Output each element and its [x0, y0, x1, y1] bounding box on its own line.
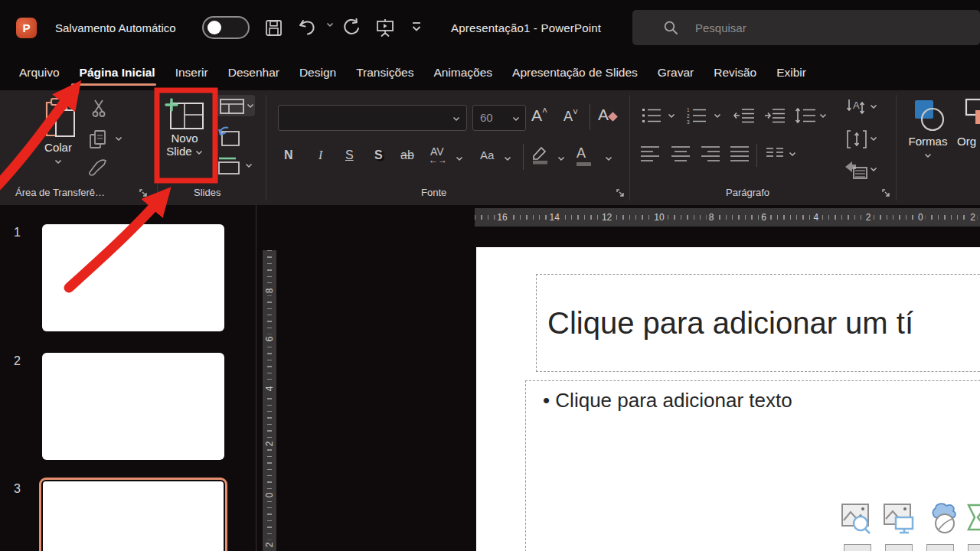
slide-thumbnail-3[interactable]: [39, 478, 227, 551]
underline-button[interactable]: S: [345, 148, 354, 162]
title-bar: P Salvamento Automático Apr: [0, 0, 980, 55]
smartart-dropdown-icon[interactable]: [870, 167, 877, 172]
tab-animações[interactable]: Animações: [423, 55, 502, 90]
cameo-icon[interactable]: [925, 502, 959, 534]
align-text-dropdown-icon[interactable]: [870, 136, 877, 142]
panel-separator[interactable]: [256, 205, 256, 551]
slide-layout-icon[interactable]: [220, 99, 244, 114]
slide-thumbnail-2[interactable]: [42, 353, 224, 460]
copy-icon[interactable]: [89, 130, 107, 150]
v-ruler-number: 0: [264, 491, 275, 500]
shapes-button[interactable]: Formas: [903, 95, 952, 184]
slide-number: 1: [14, 226, 21, 240]
title-placeholder[interactable]: Clique para adicionar um tí: [536, 274, 980, 372]
change-case-dropdown-icon[interactable]: [504, 156, 511, 161]
numbering-dropdown-icon[interactable]: [714, 113, 721, 119]
character-spacing-dropdown-icon[interactable]: [456, 156, 463, 161]
tab-transições[interactable]: Transições: [346, 55, 423, 90]
columns-icon[interactable]: [766, 147, 784, 161]
font-size-combobox[interactable]: 60: [472, 105, 526, 131]
text-direction-dropdown-icon[interactable]: [870, 104, 877, 109]
slide-thumbnail-surface: [43, 481, 224, 551]
slide-canvas[interactable]: Clique para adicionar um tí • Clique par…: [476, 247, 980, 551]
paste-button[interactable]: Colar: [37, 95, 80, 184]
mini-divider: [756, 144, 757, 167]
paragraph-group-label: Parágrafo: [726, 187, 769, 202]
cut-icon[interactable]: [92, 99, 107, 118]
slide-thumbnail-1[interactable]: [42, 224, 224, 331]
tab-arquivo[interactable]: Arquivo: [9, 55, 70, 90]
ribbon-tab-row: ArquivoPágina InicialInserirDesenharDesi…: [0, 55, 980, 90]
v-ruler-number: 8: [264, 286, 275, 296]
section-dropdown-icon[interactable]: [245, 163, 253, 168]
reset-slide-icon[interactable]: [217, 126, 240, 147]
redo-icon[interactable]: [341, 18, 362, 38]
clear-formatting-button[interactable]: A: [598, 106, 616, 124]
justify-icon[interactable]: [730, 145, 750, 162]
bullets-icon[interactable]: [642, 107, 662, 124]
tab-desenhar[interactable]: Desenhar: [218, 55, 289, 90]
search-box[interactable]: Pesquisar: [632, 10, 980, 45]
strikethrough-button[interactable]: ab: [400, 148, 414, 162]
arrange-button[interactable]: Org: [956, 95, 980, 184]
powerpoint-logo-icon[interactable]: P: [16, 18, 37, 38]
insert-video-icon[interactable]: [926, 544, 954, 551]
numbering-icon[interactable]: 123: [687, 107, 707, 124]
tab-apresentação-de-slides[interactable]: Apresentação de Slides: [502, 55, 648, 90]
font-dialog-launcher-icon[interactable]: [616, 189, 625, 197]
tab-gravar[interactable]: Gravar: [648, 55, 704, 90]
insert-icon[interactable]: [968, 544, 980, 551]
convert-to-smartart-icon[interactable]: [844, 161, 867, 179]
increase-indent-icon[interactable]: [764, 107, 786, 124]
line-spacing-icon[interactable]: [795, 107, 816, 124]
insert-table-icon[interactable]: [844, 544, 871, 551]
tab-página-inicial[interactable]: Página Inicial: [70, 55, 165, 90]
section-icon[interactable]: [217, 156, 242, 174]
increase-font-size-button[interactable]: A˄: [531, 106, 547, 125]
text-shadow-button[interactable]: S: [374, 148, 383, 162]
align-left-icon[interactable]: [640, 145, 660, 162]
slideshow-icon[interactable]: [375, 18, 395, 38]
line-spacing-dropdown-icon[interactable]: [819, 113, 827, 119]
highlight-color-icon[interactable]: [531, 145, 552, 165]
highlight-dropdown-icon[interactable]: [557, 156, 565, 161]
clipboard-group-label: Área de Transferê…: [15, 187, 105, 202]
tab-design[interactable]: Design: [289, 55, 346, 90]
clipboard-dialog-launcher-icon[interactable]: [139, 189, 148, 197]
font-color-dropdown-icon[interactable]: [605, 156, 612, 161]
customize-quick-access-icon[interactable]: [410, 21, 423, 32]
save-icon[interactable]: [264, 18, 283, 37]
tab-exibir[interactable]: Exibir: [766, 55, 816, 90]
mini-divider: [590, 104, 590, 130]
tab-revisão[interactable]: Revisão: [704, 55, 766, 90]
bullets-dropdown-icon[interactable]: [668, 113, 675, 119]
new-slide-button[interactable]: Novo Slide: [161, 95, 208, 184]
italic-button[interactable]: I: [318, 148, 322, 162]
smartart-icon[interactable]: [967, 502, 980, 534]
decrease-indent-icon[interactable]: [733, 107, 755, 124]
tab-inserir[interactable]: Inserir: [165, 55, 218, 90]
font-color-button[interactable]: A: [577, 145, 591, 166]
undo-dropdown-icon[interactable]: [326, 22, 334, 28]
insert-picture-icon[interactable]: [883, 502, 916, 534]
font-name-combobox[interactable]: [278, 105, 467, 131]
bold-button[interactable]: N: [284, 148, 293, 162]
align-right-icon[interactable]: [701, 145, 720, 162]
align-text-icon[interactable]: [847, 130, 867, 148]
autosave-toggle[interactable]: [202, 16, 250, 39]
stock-images-icon[interactable]: [841, 502, 874, 534]
paragraph-dialog-launcher-icon[interactable]: [882, 189, 890, 197]
insert-chart-icon[interactable]: [885, 544, 913, 551]
change-case-button[interactable]: Aa: [480, 148, 494, 161]
columns-dropdown-icon[interactable]: [789, 152, 796, 157]
autosave-label: Salvamento Automático: [55, 0, 176, 55]
align-center-icon[interactable]: [671, 145, 691, 162]
format-painter-icon[interactable]: [87, 159, 109, 178]
undo-icon[interactable]: [297, 18, 320, 38]
text-direction-icon[interactable]: A: [846, 98, 866, 118]
shapes-icon: [910, 98, 946, 135]
character-spacing-arrows: ←→: [429, 155, 447, 165]
copy-dropdown-icon[interactable]: [115, 136, 122, 142]
layout-dropdown-icon[interactable]: [247, 103, 254, 109]
decrease-font-size-button[interactable]: A˅: [564, 107, 578, 125]
